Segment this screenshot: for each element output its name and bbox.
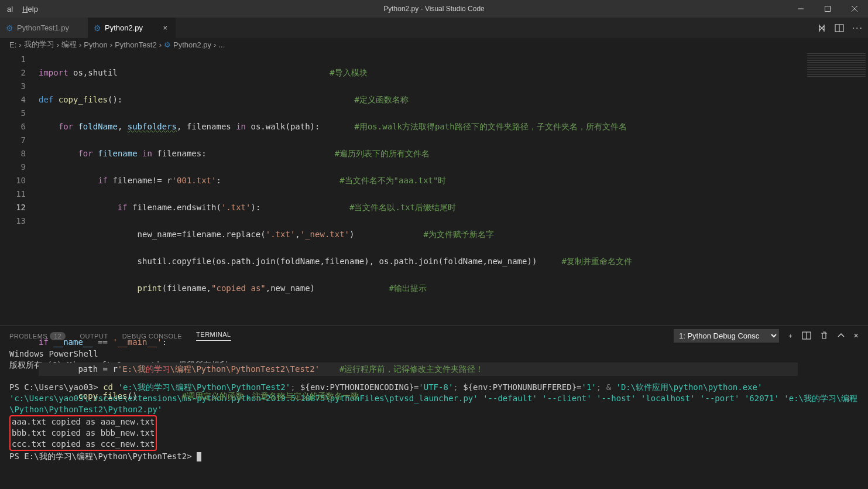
split-terminal-icon[interactable] [802, 331, 811, 341]
code-content[interactable]: import os,shutil #导入模块 def copy_files():… [39, 51, 798, 325]
chevron-up-icon[interactable] [837, 331, 845, 341]
python-file-icon: ⚙ [6, 23, 13, 33]
editor[interactable]: 12345678910111213 import os,shutil #导入模块… [0, 51, 868, 325]
menu-help[interactable]: Help [18, 0, 43, 18]
breadcrumb-item[interactable]: 我的学习 [24, 39, 54, 50]
minimize-button[interactable] [787, 0, 814, 18]
compare-icon[interactable] [817, 23, 826, 33]
close-button[interactable] [841, 0, 868, 18]
chevron-right-icon: › [214, 40, 216, 49]
window-controls [787, 0, 868, 18]
menu-label-rest: elp [28, 5, 38, 13]
trash-icon[interactable] [819, 331, 829, 341]
breadcrumb-item[interactable]: ... [218, 40, 225, 49]
menu-bar: al Help [0, 0, 43, 18]
chevron-right-icon: › [110, 40, 112, 49]
tab-python2[interactable]: ⚙ Python2.py × [88, 18, 176, 38]
breadcrumb-item[interactable]: PythonTest2 [115, 40, 157, 49]
cursor-icon [197, 452, 201, 461]
menu-label: H [22, 5, 28, 13]
minimap[interactable] [798, 51, 868, 325]
tab-pythontest1[interactable]: ⚙ PythonTest1.py [0, 18, 88, 38]
more-icon[interactable]: ··· [852, 23, 863, 33]
chevron-right-icon: › [57, 40, 59, 49]
line-numbers: 12345678910111213 [0, 51, 39, 325]
menu-label: al [7, 5, 13, 13]
breadcrumb-item[interactable]: E: [9, 40, 16, 49]
breadcrumbs[interactable]: E:› 我的学习› 编程› Python› PythonTest2› ⚙ Pyt… [0, 38, 868, 51]
maximize-button[interactable] [814, 0, 841, 18]
tab-label: Python2.py [105, 23, 143, 32]
tab-label: PythonTest1.py [17, 23, 69, 32]
chevron-right-icon: › [19, 40, 21, 49]
terminal-line: PS E:\我的学习\编程\Python\PythonTest2> [9, 451, 859, 462]
titlebar: al Help Python2.py - Visual Studio Code [0, 0, 868, 18]
python-file-icon: ⚙ [94, 23, 101, 33]
split-editor-icon[interactable] [835, 23, 844, 33]
python-file-icon: ⚙ [164, 40, 171, 49]
tab-close-icon[interactable]: × [160, 22, 170, 33]
breadcrumb-item[interactable]: 编程 [61, 39, 77, 50]
svg-rect-1 [825, 6, 831, 12]
breadcrumb-item[interactable]: Python [84, 40, 107, 49]
menu-terminal[interactable]: al [2, 0, 18, 18]
window-title: Python2.py - Visual Studio Code [383, 5, 485, 13]
chevron-right-icon: › [79, 40, 81, 49]
breadcrumb-item[interactable]: Python2.py [173, 40, 211, 49]
tab-actions: ··· [817, 18, 868, 38]
editor-tabs: ⚙ PythonTest1.py ⚙ Python2.py × ··· [0, 18, 868, 38]
chevron-right-icon: › [159, 40, 162, 49]
close-panel-icon[interactable]: ✕ [853, 332, 859, 340]
